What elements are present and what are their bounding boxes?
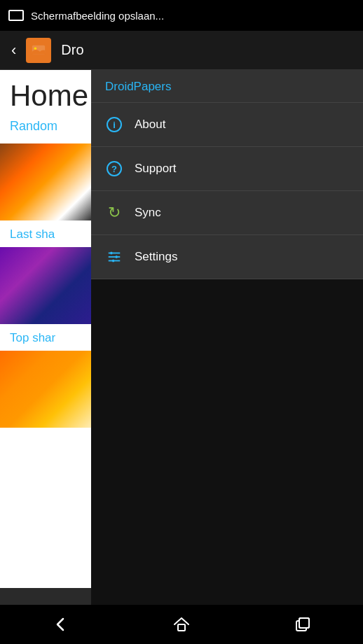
- back-button[interactable]: ‹: [11, 43, 16, 58]
- menu-about-label: About: [135, 118, 165, 132]
- menu-item-support[interactable]: ? Support: [91, 147, 363, 191]
- menu-support-label: Support: [135, 162, 177, 176]
- last-shared-label: Last sha: [0, 220, 91, 247]
- svg-rect-6: [116, 255, 118, 258]
- dropdown-menu: DroidPapers i About ? Support ↻ Sync: [91, 70, 363, 279]
- svg-rect-7: [112, 260, 114, 262]
- menu-item-about[interactable]: i About: [91, 103, 363, 147]
- menu-sync-label: Sync: [135, 206, 161, 220]
- app-bar: ‹ Dro: [0, 31, 363, 70]
- svg-rect-5: [111, 252, 113, 255]
- navigation-bar: [0, 605, 363, 644]
- back-button[interactable]: [39, 610, 81, 638]
- screenshot-icon: [8, 10, 24, 21]
- home-heading: Home: [0, 70, 91, 116]
- recent-apps-button[interactable]: [282, 610, 324, 638]
- app-background-content: Home Random Last sha Top shar: [0, 70, 91, 588]
- help-icon: ?: [105, 160, 123, 178]
- top-shared-label: Top shar: [0, 324, 91, 351]
- menu-item-sync[interactable]: ↻ Sync: [91, 191, 363, 235]
- canyon-thumbnail: [0, 144, 91, 220]
- svg-point-1: [34, 47, 37, 50]
- sync-icon: ↻: [105, 204, 123, 222]
- settings-icon: [105, 248, 123, 266]
- svg-rect-10: [299, 618, 309, 628]
- info-icon: i: [105, 115, 123, 134]
- status-bar: Schermafbeelding opslaan...: [0, 0, 363, 31]
- purple-thumbnail: [0, 247, 91, 324]
- home-button[interactable]: [160, 610, 203, 638]
- dropdown-app-name: DroidPapers: [105, 80, 172, 93]
- random-label: Random: [0, 116, 91, 144]
- menu-item-settings[interactable]: Settings: [91, 235, 363, 279]
- menu-settings-label: Settings: [135, 250, 177, 264]
- dropdown-header: DroidPapers: [91, 70, 363, 103]
- gradient-thumbnail: [0, 351, 91, 428]
- svg-rect-8: [178, 624, 185, 631]
- app-logo: [26, 38, 51, 63]
- status-bar-title: Schermafbeelding opslaan...: [31, 10, 164, 22]
- app-bar-title: Dro: [61, 42, 352, 58]
